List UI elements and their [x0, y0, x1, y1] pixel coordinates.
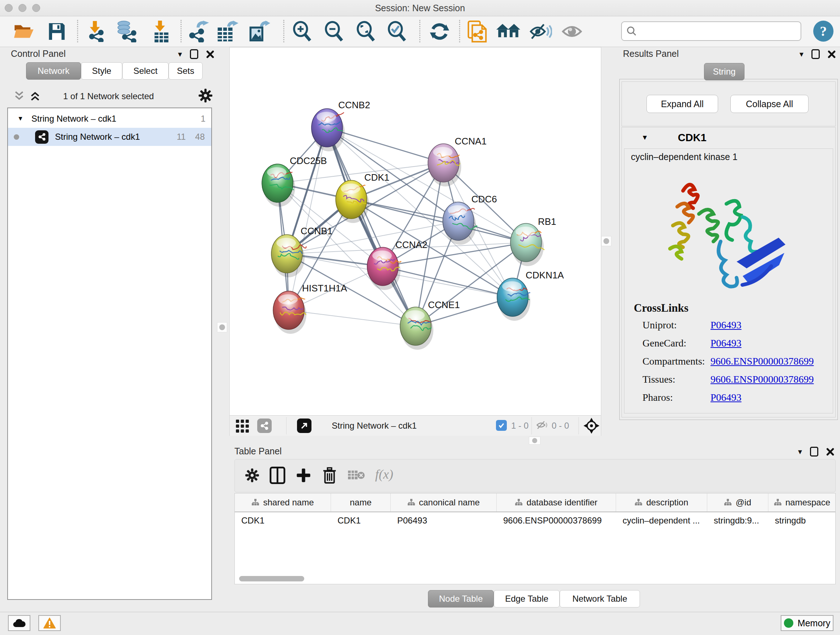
- collection-count: 1: [201, 114, 205, 124]
- delete-column-trash-icon[interactable]: [319, 464, 340, 486]
- network-node[interactable]: [262, 164, 295, 207]
- network-node[interactable]: [400, 307, 433, 350]
- network-node[interactable]: [273, 291, 306, 334]
- show-columns-icon[interactable]: [267, 464, 288, 486]
- tab-node-table[interactable]: Node Table: [428, 590, 494, 608]
- network-options-gear-icon[interactable]: [198, 88, 213, 103]
- left-splitter-handle[interactable]: [217, 322, 227, 333]
- string-home-button[interactable]: [496, 20, 520, 43]
- export-table-button[interactable]: [216, 20, 240, 43]
- memory-button[interactable]: Memory: [781, 615, 834, 631]
- collapse-all-button[interactable]: Collapse All: [730, 95, 808, 113]
- close-panel-icon[interactable]: [828, 50, 836, 58]
- close-panel-icon[interactable]: [826, 448, 834, 456]
- tab-edge-table[interactable]: Edge Table: [494, 590, 560, 608]
- string-results-box: Expand All Collapse All ▼ CDK1 cyclin–de…: [619, 79, 838, 420]
- network-node[interactable]: [510, 223, 545, 266]
- table-cell[interactable]: CDK1: [235, 511, 331, 530]
- column-header-namespace[interactable]: namespace: [768, 494, 836, 511]
- zoom-in-button[interactable]: [290, 20, 314, 43]
- tree-expander-icon[interactable]: ▼: [17, 115, 24, 122]
- network-share-view-icon[interactable]: [257, 418, 272, 433]
- table-row[interactable]: CDK1CDK1P064939606.ENSP00000378699cyclin…: [235, 511, 836, 530]
- network-node[interactable]: [367, 247, 401, 290]
- network-canvas[interactable]: CCNB2CCNA1CDC25BCDK1CDC6RB1CCNB1CCNA2CDK…: [230, 48, 601, 415]
- tab-network-table[interactable]: Network Table: [560, 590, 640, 608]
- cloud-tasks-button[interactable]: [8, 615, 30, 631]
- network-row-selected[interactable]: String Network – cdk1 11 48: [8, 128, 211, 146]
- tab-sets[interactable]: Sets: [169, 62, 202, 80]
- search-input[interactable]: [640, 24, 801, 39]
- help-button[interactable]: ?: [813, 21, 834, 42]
- save-session-button[interactable]: [45, 20, 69, 43]
- section-expander-icon[interactable]: ▼: [641, 134, 648, 141]
- right-splitter-handle[interactable]: [601, 236, 611, 246]
- show-hidden-button[interactable]: [560, 20, 584, 43]
- table-cell[interactable]: cyclin–dependent ...: [616, 511, 707, 530]
- column-header--id[interactable]: @id: [707, 494, 768, 511]
- column-header-shared-name[interactable]: shared name: [235, 494, 331, 511]
- grid-view-icon[interactable]: [235, 419, 249, 433]
- crosslink-link[interactable]: P06493: [711, 337, 742, 349]
- horizontal-scrollbar-thumb[interactable]: [239, 576, 304, 581]
- open-file-button[interactable]: [11, 20, 35, 43]
- collapse-panel-icon[interactable]: ▾: [798, 448, 802, 456]
- network-edge[interactable]: [383, 266, 513, 297]
- warnings-button[interactable]: [38, 615, 61, 631]
- crosslink-link[interactable]: P06493: [711, 392, 742, 403]
- toolbar-separator: [283, 20, 284, 42]
- zoom-fit-button[interactable]: [354, 20, 378, 43]
- clone-network-button[interactable]: [465, 20, 489, 43]
- float-panel-icon[interactable]: [812, 49, 820, 59]
- tab-network[interactable]: Network: [26, 62, 81, 80]
- delete-table-icon[interactable]: [346, 464, 367, 486]
- collapse-panel-icon[interactable]: ▾: [178, 50, 182, 58]
- column-header-database-identifier[interactable]: database identifier: [497, 494, 616, 511]
- gene-section-header[interactable]: ▼ CDK1: [622, 127, 835, 148]
- open-in-new-window-icon[interactable]: [297, 418, 311, 433]
- import-network-from-file-button[interactable]: [84, 20, 108, 43]
- table-options-gear-icon[interactable]: [241, 464, 263, 486]
- tab-style[interactable]: Style: [81, 62, 122, 80]
- column-header-canonical-name[interactable]: canonical name: [391, 494, 497, 511]
- column-header-name[interactable]: name: [331, 494, 391, 511]
- bottom-splitter-handle[interactable]: [529, 437, 540, 445]
- window-title: Session: New Session: [0, 3, 840, 13]
- tab-string[interactable]: String: [704, 63, 745, 80]
- network-edge[interactable]: [327, 128, 416, 326]
- close-panel-icon[interactable]: [206, 50, 214, 58]
- function-builder-icon[interactable]: f(x): [375, 467, 393, 482]
- column-header-description[interactable]: description: [616, 494, 707, 511]
- birds-eye-view-icon[interactable]: [584, 418, 600, 434]
- import-table-from-file-button[interactable]: [149, 20, 173, 43]
- table-cell[interactable]: CDK1: [331, 511, 391, 530]
- table-cell[interactable]: 9606.ENSP00000378699: [497, 511, 616, 530]
- zoom-out-button[interactable]: [322, 20, 346, 43]
- collapse-panel-icon[interactable]: ▾: [799, 50, 804, 58]
- expand-all-button[interactable]: Expand All: [646, 95, 718, 113]
- network-collection-row[interactable]: ▼ String Network – cdk1 1: [8, 110, 211, 128]
- table-cell[interactable]: stringdb:9...: [707, 511, 768, 530]
- table-cell[interactable]: P06493: [391, 511, 497, 530]
- hide-unhide-button[interactable]: [529, 20, 553, 43]
- zoom-selected-button[interactable]: [385, 20, 409, 43]
- apply-layout-button[interactable]: [428, 20, 452, 43]
- network-edge[interactable]: [289, 310, 416, 326]
- crosslink-link[interactable]: 9606.ENSP00000378699: [711, 374, 813, 385]
- network-node[interactable]: [311, 109, 345, 151]
- network-edge[interactable]: [351, 200, 526, 242]
- export-image-button[interactable]: [248, 20, 271, 43]
- selected-items-checkbox[interactable]: [496, 420, 507, 431]
- network-node[interactable]: [497, 278, 531, 321]
- export-network-button[interactable]: [187, 20, 210, 43]
- table-cell[interactable]: stringdb: [768, 511, 836, 530]
- crosslink-link[interactable]: 9606.ENSP00000378699: [711, 356, 813, 367]
- import-network-from-database-button[interactable]: [114, 20, 138, 43]
- network-node[interactable]: [336, 180, 369, 223]
- create-column-icon[interactable]: [293, 464, 314, 486]
- float-panel-icon[interactable]: [810, 447, 818, 456]
- tab-select[interactable]: Select: [122, 62, 169, 80]
- float-panel-icon[interactable]: [190, 49, 198, 59]
- column-header-label: database identifier: [526, 497, 597, 508]
- crosslink-link[interactable]: P06493: [711, 319, 742, 331]
